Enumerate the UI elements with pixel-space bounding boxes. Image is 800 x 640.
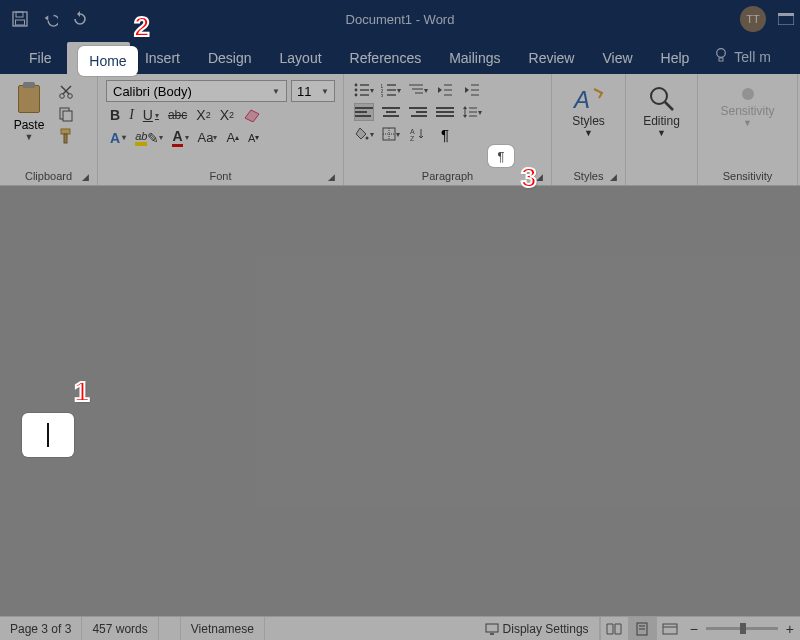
grow-font-button[interactable]: A▴ bbox=[226, 130, 239, 145]
save-icon[interactable] bbox=[12, 11, 28, 27]
undo-icon[interactable] bbox=[42, 11, 58, 27]
chevron-down-icon: ▼ bbox=[584, 128, 593, 138]
editing-button[interactable]: Editing▼ bbox=[632, 78, 691, 138]
sensitivity-button: Sensitivity▼ bbox=[704, 78, 791, 128]
callout-2: 2 bbox=[134, 11, 150, 43]
svg-rect-50 bbox=[169, 628, 170, 629]
subscript-button[interactable]: X2 bbox=[196, 107, 210, 123]
svg-text:Z: Z bbox=[410, 135, 415, 141]
align-right-button[interactable] bbox=[408, 103, 428, 121]
justify-button[interactable] bbox=[435, 103, 455, 121]
spelling-icon[interactable] bbox=[159, 617, 181, 640]
lightbulb-icon bbox=[714, 47, 728, 66]
align-center-button[interactable] bbox=[381, 103, 401, 121]
tab-insert[interactable]: Insert bbox=[132, 42, 193, 74]
dialog-launcher-icon[interactable]: ◢ bbox=[610, 172, 617, 182]
change-case-button[interactable]: Aa▾ bbox=[198, 130, 218, 145]
chevron-down-icon: ▼ bbox=[657, 128, 666, 138]
copy-icon[interactable] bbox=[58, 106, 76, 122]
group-label-paragraph: Paragraph◢ bbox=[350, 168, 545, 185]
svg-rect-12 bbox=[63, 111, 72, 121]
text-cursor-icon bbox=[47, 423, 49, 447]
zoom-in-button[interactable]: + bbox=[786, 621, 794, 637]
ribbon-options-icon[interactable] bbox=[778, 11, 794, 27]
styles-button[interactable]: A Styles▼ bbox=[558, 78, 619, 138]
status-page[interactable]: Page 3 of 3 bbox=[0, 617, 82, 640]
underline-button[interactable]: U▾ bbox=[143, 107, 159, 123]
svg-point-7 bbox=[60, 94, 65, 99]
tab-review[interactable]: Review bbox=[516, 42, 588, 74]
status-language[interactable]: Vietnamese bbox=[181, 617, 265, 640]
bold-button[interactable]: B bbox=[110, 107, 120, 123]
tab-view[interactable]: View bbox=[589, 42, 645, 74]
svg-point-47 bbox=[651, 88, 667, 104]
tell-me-label: Tell m bbox=[734, 49, 771, 65]
chevron-down-icon: ▼ bbox=[743, 118, 752, 128]
tab-layout[interactable]: Layout bbox=[267, 42, 335, 74]
borders-button[interactable]: ▾ bbox=[381, 125, 401, 143]
chevron-down-icon: ▼ bbox=[25, 132, 34, 142]
zoom-slider[interactable] bbox=[706, 627, 778, 630]
svg-rect-51 bbox=[486, 624, 498, 632]
dialog-launcher-icon[interactable]: ◢ bbox=[82, 172, 89, 182]
print-layout-button[interactable] bbox=[628, 617, 656, 640]
font-size-combo[interactable]: 11▼ bbox=[291, 80, 335, 102]
line-spacing-button[interactable]: ▾ bbox=[462, 103, 482, 121]
strikethrough-button[interactable]: abc bbox=[168, 108, 187, 122]
status-bar: Page 3 of 3 457 words Vietnamese Display… bbox=[0, 616, 800, 640]
dialog-launcher-icon[interactable]: ◢ bbox=[328, 172, 335, 182]
zoom-out-button[interactable]: − bbox=[690, 621, 698, 637]
svg-text:A: A bbox=[410, 128, 415, 135]
highlight-home-tab: Home bbox=[78, 46, 138, 76]
callout-3: 3 bbox=[521, 162, 537, 194]
cut-icon[interactable] bbox=[58, 84, 76, 100]
status-words[interactable]: 457 words bbox=[82, 617, 158, 640]
font-name-combo[interactable]: Calibri (Body)▼ bbox=[106, 80, 287, 102]
sort-button[interactable]: AZ bbox=[408, 125, 428, 143]
group-sensitivity: Sensitivity▼ Sensitivity bbox=[698, 74, 798, 185]
decrease-indent-button[interactable] bbox=[435, 81, 455, 99]
superscript-button[interactable]: X2 bbox=[220, 107, 234, 123]
tab-mailings[interactable]: Mailings bbox=[436, 42, 513, 74]
format-painter-icon[interactable] bbox=[58, 128, 76, 144]
show-hide-button[interactable]: ¶ bbox=[435, 125, 455, 143]
increase-indent-button[interactable] bbox=[462, 81, 482, 99]
document-title: Document1 - Word bbox=[346, 12, 455, 27]
callout-1: 1 bbox=[74, 376, 90, 408]
multilevel-list-button[interactable]: ▾ bbox=[408, 81, 428, 99]
tab-design[interactable]: Design bbox=[195, 42, 265, 74]
tab-references[interactable]: References bbox=[337, 42, 435, 74]
tab-help[interactable]: Help bbox=[648, 42, 703, 74]
text-effects-button[interactable]: A▾ bbox=[110, 130, 126, 146]
tab-file[interactable]: File bbox=[16, 42, 65, 74]
display-settings[interactable]: Display Settings bbox=[475, 617, 600, 640]
svg-point-49 bbox=[742, 88, 754, 100]
svg-rect-13 bbox=[61, 129, 70, 134]
dialog-launcher-icon[interactable]: ◢ bbox=[536, 172, 543, 182]
redo-icon[interactable] bbox=[72, 11, 88, 27]
shading-button[interactable]: ▾ bbox=[354, 125, 374, 143]
group-editing: Editing▼ bbox=[626, 74, 698, 185]
svg-text:A: A bbox=[572, 86, 590, 113]
document-area[interactable] bbox=[0, 186, 800, 616]
highlight-button[interactable]: ab✎▾ bbox=[135, 130, 163, 146]
read-mode-button[interactable] bbox=[600, 617, 628, 640]
svg-rect-6 bbox=[719, 58, 723, 61]
tell-me[interactable]: Tell m bbox=[704, 39, 781, 74]
font-color-button[interactable]: A▾ bbox=[172, 128, 188, 147]
sensitivity-icon bbox=[738, 84, 758, 104]
user-avatar[interactable]: TT bbox=[740, 6, 766, 32]
bullets-button[interactable]: ▾ bbox=[354, 81, 374, 99]
svg-rect-14 bbox=[64, 134, 67, 143]
shrink-font-button[interactable]: A▾ bbox=[248, 132, 259, 144]
clear-formatting-icon[interactable] bbox=[243, 108, 261, 122]
svg-point-16 bbox=[355, 89, 358, 92]
numbering-button[interactable]: 123▾ bbox=[381, 81, 401, 99]
paste-button[interactable]: Paste ▼ bbox=[6, 78, 52, 142]
align-left-button[interactable] bbox=[354, 103, 374, 121]
ribbon: Paste ▼ Clipboard◢ Calibri (Body)▼ 11▼ B… bbox=[0, 74, 800, 186]
group-styles: A Styles▼ Styles◢ bbox=[552, 74, 626, 185]
web-layout-button[interactable] bbox=[656, 617, 684, 640]
italic-button[interactable]: I bbox=[129, 107, 134, 123]
group-font: Calibri (Body)▼ 11▼ B I U▾ abc X2 X2 A▾ … bbox=[98, 74, 344, 185]
